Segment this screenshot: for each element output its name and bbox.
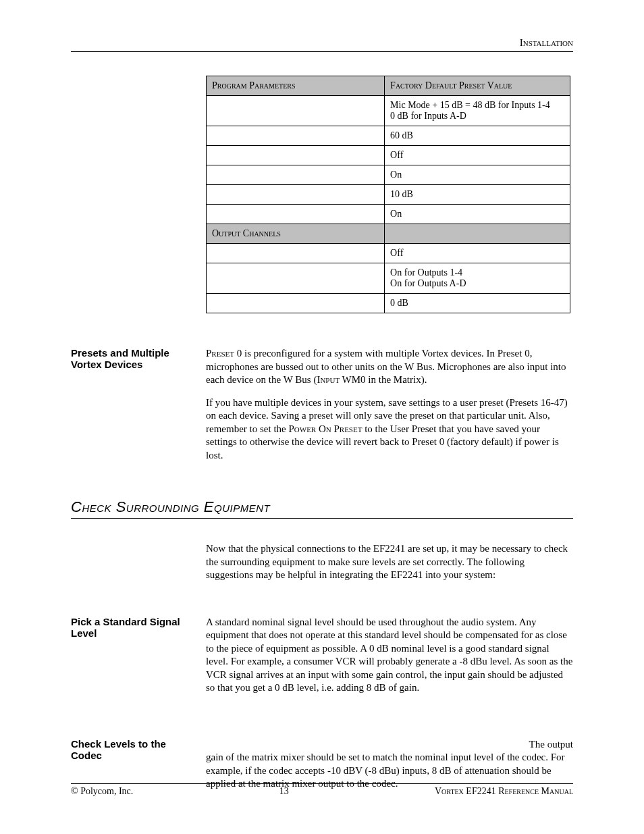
- section-body: A standard nominal signal level should b…: [206, 616, 573, 704]
- table-row: On: [207, 205, 570, 224]
- table-row: On for Outputs 1-4 On for Outputs A-D: [207, 263, 570, 294]
- table-row: 60 dB: [207, 126, 570, 146]
- paragraph: The output gain of the matrix mixer shou…: [206, 738, 573, 791]
- heading-check-surrounding: Check Surrounding Equipment: [71, 498, 573, 519]
- paragraph: If you have multiple devices in your sys…: [206, 396, 573, 463]
- page-header: Installation: [71, 37, 573, 52]
- parameters-table: Program Parameters Factory Default Prese…: [206, 76, 570, 313]
- paragraph-intro: Now that the physical connections to the…: [206, 542, 573, 582]
- paragraph: A standard nominal signal level should b…: [206, 616, 573, 695]
- page-footer: © Polycom, Inc. 13 Vortex EF2241 Referen…: [71, 783, 573, 797]
- table-subheader: Output Channels: [207, 224, 570, 244]
- header-section-label: Installation: [520, 37, 573, 48]
- section-presets: Presets and Multiple Vortex Devices Pres…: [71, 347, 573, 471]
- sidebar-heading-pick: Pick a Standard Signal Level: [71, 616, 206, 704]
- table-row: 10 dB: [207, 185, 570, 205]
- footer-right: Vortex EF2241 Reference Manual: [435, 786, 573, 797]
- table-row: Mic Mode + 15 dB = 48 dB for Inputs 1-4 …: [207, 96, 570, 126]
- section-body: Preset 0 is preconfigured for a system w…: [206, 347, 573, 471]
- table-row: Off: [207, 146, 570, 165]
- table-header-left: Program Parameters: [207, 76, 385, 96]
- paragraph: Preset 0 is preconfigured for a system w…: [206, 347, 573, 387]
- sidebar-heading-presets: Presets and Multiple Vortex Devices: [71, 347, 206, 471]
- footer-left: © Polycom, Inc.: [71, 786, 133, 797]
- footer-page-number: 13: [279, 786, 289, 797]
- table-header-right: Factory Default Preset Value: [385, 76, 570, 96]
- table-row: 0 dB: [207, 294, 570, 313]
- table-row: Off: [207, 244, 570, 263]
- table-row: On: [207, 165, 570, 185]
- section-pick-level: Pick a Standard Signal Level A standard …: [71, 616, 573, 704]
